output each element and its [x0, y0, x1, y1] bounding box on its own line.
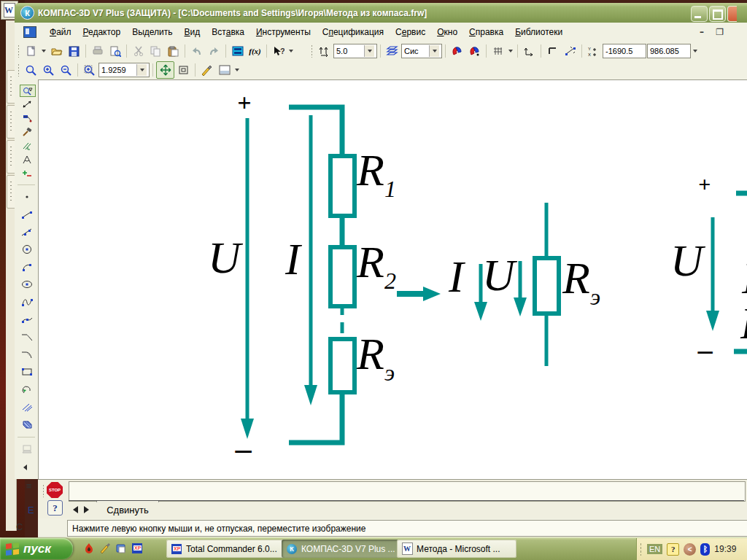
- continuous-input-tool-button[interactable]: [18, 381, 36, 397]
- panel-editing-button[interactable]: [20, 126, 34, 137]
- tab-scroll-left-icon[interactable]: [73, 506, 78, 513]
- menu-insert[interactable]: Вставка: [206, 24, 250, 40]
- plus-label: +: [698, 174, 711, 195]
- snap-step-icon[interactable]: [316, 43, 333, 59]
- coord-x-field[interactable]: -1690.5: [603, 44, 646, 58]
- local-axes-button[interactable]: [521, 43, 538, 59]
- fit-all-button[interactable]: [175, 62, 192, 78]
- menu-select[interactable]: Выделить: [126, 24, 178, 40]
- formula-fx-button[interactable]: f(x): [247, 43, 263, 59]
- zoom-in-button[interactable]: [40, 62, 57, 78]
- grid-dropdown-icon[interactable]: [508, 50, 513, 52]
- panel-zoom-select-button[interactable]: [20, 85, 36, 97]
- chamfer-tool-button[interactable]: [18, 329, 36, 345]
- panel-measurements-button[interactable]: [20, 154, 34, 165]
- coord-y-field[interactable]: 986.085: [647, 44, 691, 58]
- window-manager-button[interactable]: [229, 43, 246, 59]
- tray-collapse-icon[interactable]: <: [684, 543, 696, 556]
- multiline-tool-button[interactable]: [18, 399, 36, 415]
- menu-specification[interactable]: Спецификация: [317, 24, 390, 40]
- panel-grip[interactable]: [41, 484, 45, 497]
- toolbar-grip[interactable]: [16, 44, 20, 58]
- pan-button[interactable]: [156, 61, 174, 79]
- arc-tool-button[interactable]: [18, 259, 36, 275]
- toolbar-grip[interactable]: [309, 44, 314, 58]
- angle-snap-button[interactable]: [562, 43, 578, 59]
- title-bar[interactable]: К КОМПАС-3D V7 Plus (ЗАЩИТА) - [C:\Docum…: [15, 3, 747, 23]
- magnet-soft-button[interactable]: [449, 43, 465, 59]
- layers-button[interactable]: [384, 43, 400, 59]
- spline-tool-button[interactable]: [18, 294, 36, 310]
- auxiliary-line-tool-button[interactable]: [18, 224, 36, 240]
- language-indicator[interactable]: EN: [647, 544, 662, 554]
- page-layout-button[interactable]: [216, 62, 233, 78]
- panel-scroll-arrow-icon[interactable]: [23, 464, 27, 470]
- circle-tool-button[interactable]: [18, 241, 36, 257]
- zoom-area-button[interactable]: [23, 62, 39, 78]
- page-layout-dropdown-icon[interactable]: [235, 69, 239, 71]
- fillet-tool-button[interactable]: [18, 346, 36, 362]
- property-help-icon[interactable]: ?: [47, 500, 63, 516]
- tab-scroll-right-icon[interactable]: [84, 506, 89, 513]
- save-document-button[interactable]: [66, 43, 82, 59]
- coords-dropdown-icon[interactable]: [693, 50, 697, 52]
- drawing-canvas[interactable]: + U I R1 R2 Rэ – I U Rэ + U – I R: [38, 79, 747, 480]
- layers-combo[interactable]: Сис: [401, 44, 442, 58]
- panel-dimensions-button[interactable]: [20, 98, 34, 109]
- context-help-dropdown-icon[interactable]: [289, 50, 293, 52]
- close-button[interactable]: [727, 6, 737, 22]
- tray-grip[interactable]: [640, 542, 642, 556]
- menu-libraries[interactable]: Библиотеки: [509, 24, 568, 40]
- new-document-button[interactable]: [23, 43, 39, 59]
- panel-selection-button[interactable]: [20, 168, 34, 179]
- taskbar-task-totalcmd[interactable]: Total Commander 6.0...: [166, 540, 286, 558]
- start-button[interactable]: пуск: [0, 538, 73, 559]
- open-document-button[interactable]: [48, 43, 65, 59]
- segment-tool-button[interactable]: [18, 206, 36, 222]
- minimize-button[interactable]: [691, 6, 708, 22]
- quicklaunch-mail-icon[interactable]: [114, 541, 128, 556]
- menu-view[interactable]: Вид: [179, 24, 206, 40]
- zoom-scale-combo[interactable]: 1.9259: [98, 63, 150, 77]
- tab-move[interactable]: Сдвинуть: [96, 501, 159, 519]
- print-button: [89, 43, 106, 59]
- taskbar-task-kompas[interactable]: К КОМПАС-3D V7 Plus ...: [282, 540, 401, 558]
- panel-parametrization-button[interactable]: [20, 140, 34, 151]
- stop-icon[interactable]: STOP: [47, 482, 63, 498]
- grid-button[interactable]: [489, 43, 506, 59]
- bluetooth-icon[interactable]: ᛒ: [700, 543, 710, 556]
- property-bar[interactable]: [69, 481, 746, 502]
- menu-window[interactable]: Окно: [431, 24, 463, 40]
- quicklaunch-floppy-xp-icon[interactable]: [130, 541, 144, 556]
- zoom-scale-button[interactable]: [81, 62, 98, 78]
- bezier-tool-button[interactable]: [18, 311, 36, 327]
- rectangle-tool-button[interactable]: [18, 364, 36, 380]
- snap-step-combo[interactable]: 5.0: [333, 44, 377, 58]
- redraw-button[interactable]: [198, 62, 215, 78]
- menu-file[interactable]: Файл: [44, 24, 77, 40]
- new-document-dropdown-icon[interactable]: [42, 50, 46, 52]
- menu-editor[interactable]: Редактор: [77, 24, 127, 40]
- tray-help-icon[interactable]: ?: [667, 543, 679, 556]
- toolbar-grip[interactable]: [16, 63, 20, 77]
- ellipse-tool-button[interactable]: [18, 276, 36, 292]
- current-label: I: [285, 236, 301, 281]
- context-help-button[interactable]: ?: [270, 43, 287, 59]
- menu-tools[interactable]: Инструменты: [250, 24, 317, 40]
- menu-help[interactable]: Справка: [463, 24, 509, 40]
- menu-service[interactable]: Сервис: [390, 24, 431, 40]
- mdi-window-controls[interactable]: – ❐: [700, 27, 728, 37]
- hatch-tool-button[interactable]: [18, 416, 36, 432]
- point-tool-button[interactable]: [18, 189, 36, 205]
- document-mdi-icon[interactable]: [23, 26, 36, 38]
- ortho-button[interactable]: [544, 43, 561, 59]
- paste-button[interactable]: [165, 43, 182, 59]
- quicklaunch-flame-icon[interactable]: [82, 541, 96, 556]
- magnet-strict-button[interactable]: [466, 43, 483, 59]
- taskbar-task-word[interactable]: W Метода - Microsoft ...: [397, 540, 516, 558]
- maximize-button[interactable]: [709, 6, 726, 22]
- print-preview-button[interactable]: [107, 43, 123, 59]
- panel-annotations-button[interactable]: [20, 112, 34, 123]
- zoom-out-button[interactable]: [58, 62, 74, 78]
- quicklaunch-brush-icon[interactable]: [98, 541, 112, 556]
